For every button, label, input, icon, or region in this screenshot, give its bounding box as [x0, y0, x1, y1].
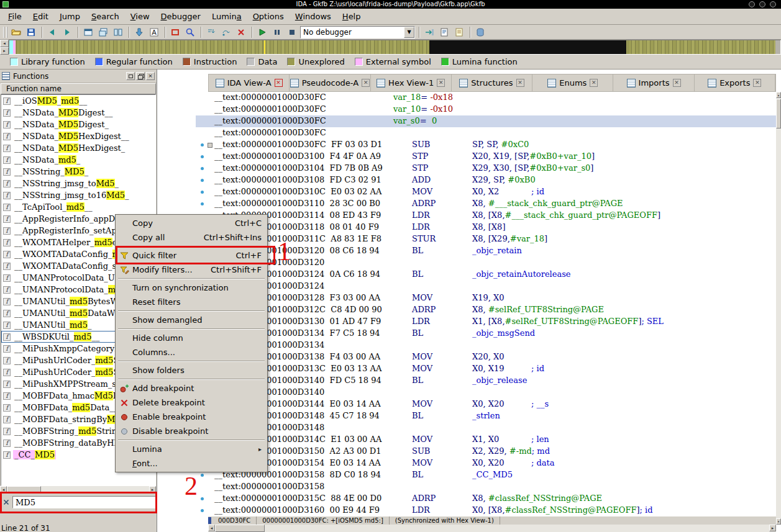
function-row[interactable]: f__NSString_jmsg_toMd5_: [1, 178, 155, 189]
tab-enums[interactable]: Enums✕: [532, 74, 613, 91]
tab-close-icon[interactable]: ✕: [516, 79, 524, 87]
function-row[interactable]: f__NSData_md5_: [1, 154, 155, 166]
context-item-turn-on-synchronization[interactable]: Turn on synchronization: [116, 281, 267, 295]
close-button[interactable]: [770, 1, 776, 7]
disasm-line[interactable]: __text:00000001000D3124: [196, 281, 776, 292]
context-item-modify-filters[interactable]: Modify filters...Ctrl+Shift+F: [116, 263, 267, 277]
disasm-line[interactable]: __text:00000001000D3154 E0 03 14 AAMOVX0…: [196, 458, 776, 469]
nav-back-icon[interactable]: [45, 26, 59, 38]
disassembly-view[interactable]: __text:00000001000D30FCvar_18= -0x18__te…: [196, 92, 776, 516]
names-icon[interactable]: A: [147, 26, 161, 38]
context-item-reset-filters[interactable]: Reset filters: [116, 295, 267, 309]
functions-titlebar[interactable]: Functions ×: [0, 70, 157, 83]
function-row[interactable]: f__NSData_MD5Digest__: [1, 107, 155, 119]
disasm-line[interactable]: __text:00000001000D3104 FD 7B 0B A9STPX2…: [196, 163, 776, 174]
menubar-item-options[interactable]: Options: [247, 10, 290, 23]
disasm-line[interactable]: __text:00000001000D315C 88 4E 00 D0ADRPX…: [196, 493, 776, 505]
tab-exports[interactable]: Exports✕: [695, 74, 775, 91]
disasm-line[interactable]: __text:00000001000D3128 F3 03 00 AAMOVX1…: [196, 292, 776, 304]
tab-ida-view-a[interactable]: IDA View-A✕: [209, 74, 290, 91]
toolbar-drag-handle[interactable]: [3, 27, 7, 38]
script-icon[interactable]: [437, 26, 451, 38]
disasm-line[interactable]: __text:00000001000D3150 A2 A3 00 D1SUBX2…: [196, 446, 776, 458]
save-icon[interactable]: [24, 26, 38, 38]
tab-close-icon[interactable]: ✕: [275, 79, 283, 87]
navband-scroll-left-icon[interactable]: ◂: [0, 40, 9, 47]
disasm-line[interactable]: __text:00000001000D3114 08 ED 43 F9LDRX8…: [196, 210, 776, 222]
collapse-box-icon[interactable]: [208, 143, 212, 148]
function-name-column-header[interactable]: Function name: [1, 83, 156, 94]
navband-scroll-right-icon[interactable]: ▸: [0, 47, 9, 55]
function-row[interactable]: f__NSData_MD5HexDigest__: [1, 130, 155, 142]
functions-restore-icon[interactable]: [136, 72, 145, 80]
context-item-copy[interactable]: CopyCtrl+C: [116, 216, 267, 230]
function-row[interactable]: f__TcApiTool_md5__: [1, 201, 155, 213]
disasm-line[interactable]: __text:00000001000D30FCvar_10= -0x10: [196, 104, 776, 115]
tab-imports[interactable]: Imports✕: [613, 74, 694, 91]
disasm-line[interactable]: __text:00000001000D30FCvar_18= -0x18: [196, 92, 776, 104]
disasm-line[interactable]: __text:00000001000D312C C8 4D 00 90ADRPX…: [196, 304, 776, 316]
cancel-icon[interactable]: [234, 26, 248, 38]
disasm-line[interactable]: __text:00000001000D3124 0A C6 18 94BL_ob…: [196, 269, 776, 281]
context-item-hide-column[interactable]: Hide column: [116, 331, 267, 345]
menubar-item-help[interactable]: Help: [337, 10, 367, 23]
function-row[interactable]: f__iOSMD5_md5__: [1, 95, 155, 107]
menubar-item-edit[interactable]: Edit: [27, 10, 54, 23]
tab-close-icon[interactable]: ✕: [437, 79, 445, 87]
menubar-item-search[interactable]: Search: [86, 10, 125, 23]
context-item-font[interactable]: Font...: [116, 456, 267, 471]
notepad-icon[interactable]: [452, 26, 466, 38]
disasm-line[interactable]: __text:00000001000D3100 F4 4F 0A A9STPX2…: [196, 151, 776, 163]
tab-close-icon[interactable]: ✕: [590, 79, 598, 87]
scrollbar-thumb[interactable]: [215, 525, 265, 532]
step-into-icon[interactable]: [204, 26, 218, 38]
disassembly-vertical-scrollbar[interactable]: ▴ ▾: [776, 92, 781, 525]
functions-close-icon[interactable]: ×: [146, 72, 155, 80]
tab-pseudocode-a[interactable]: Pseudocode-A✕: [290, 74, 370, 91]
disasm-line[interactable]: __text:00000001000D314C E1 03 00 AAMOVX1…: [196, 434, 776, 446]
chevron-down-icon[interactable]: ▼: [404, 27, 414, 38]
context-item-disable-breakpoint[interactable]: Disable breakpoint: [116, 424, 267, 438]
disasm-line[interactable]: __text:00000001000D30FC FF 03 03 D1SUBSP…: [196, 139, 776, 151]
menubar-item-jump[interactable]: Jump: [54, 10, 86, 23]
disasm-line[interactable]: __text:00000001000D3148: [196, 422, 776, 434]
context-item-enable-breakpoint[interactable]: Enable breakpoint: [116, 410, 267, 424]
window-list-icon[interactable]: [81, 26, 95, 38]
disasm-line[interactable]: __text:00000001000D3140 FD C5 18 94BL_ob…: [196, 375, 776, 387]
disasm-line[interactable]: __text:00000001000D3130 01 AD 47 F9LDRX1…: [196, 316, 776, 328]
disasm-line[interactable]: __text:00000001000D3118 08 01 40 F9LDRX8…: [196, 222, 776, 233]
navband-strip[interactable]: [9, 40, 781, 55]
start-process-icon[interactable]: [255, 26, 269, 38]
tab-close-icon[interactable]: ✕: [362, 79, 370, 87]
database-icon[interactable]: [473, 26, 487, 38]
disasm-line[interactable]: __text:00000001000D310C E0 03 02 AAMOVX0…: [196, 186, 776, 198]
function-row[interactable]: f__NSData_MD5HexDigest_: [1, 142, 155, 154]
tab-hex-view-1[interactable]: Hex View-1✕: [371, 74, 452, 91]
context-item-add-breakpoint[interactable]: Add breakpoint: [116, 381, 267, 395]
tab-structures[interactable]: Structures✕: [452, 74, 532, 91]
stop-process-icon[interactable]: [285, 26, 299, 38]
disasm-line[interactable]: __text:00000001000D3148 45 C7 18 94BL_st…: [196, 410, 776, 422]
scroll-right-icon[interactable]: ▸: [769, 525, 776, 531]
debugger-selector[interactable]: No debugger▼: [300, 26, 415, 38]
jump-address-icon[interactable]: [132, 26, 146, 38]
breakpoint-list-icon[interactable]: [168, 26, 182, 38]
search-icon[interactable]: [183, 26, 197, 38]
disasm-line[interactable]: __text:00000001000D313C E0 03 13 AAMOVX0…: [196, 363, 776, 375]
open-file-icon[interactable]: [9, 26, 23, 38]
disasm-line[interactable]: __text:00000001000D3138 F4 03 00 AAMOVX2…: [196, 351, 776, 363]
scroll-left-icon[interactable]: ◂: [208, 525, 215, 531]
navigation-band[interactable]: ◂ ▸: [0, 40, 781, 55]
context-item-copy-all[interactable]: Copy allCtrl+Shift+Ins: [116, 230, 267, 245]
disasm-line[interactable]: __text:00000001000D3144 E0 03 14 AAMOVX0…: [196, 399, 776, 410]
function-row[interactable]: f__NSString_MD5_: [1, 166, 155, 178]
menubar-item-lumina[interactable]: Lumina: [206, 10, 247, 23]
context-item-delete-breakpoint[interactable]: Delete breakpoint: [116, 395, 267, 410]
context-item-columns[interactable]: Columns...: [116, 345, 267, 359]
disasm-line[interactable]: __text:00000001000D3108 FD C3 02 91ADDX2…: [196, 174, 776, 186]
pause-process-icon[interactable]: [270, 26, 284, 38]
disasm-line[interactable]: __text:00000001000D3158: [196, 481, 776, 493]
function-row[interactable]: f__NSString_jmsg_to16Md5_: [1, 189, 155, 201]
disasm-line[interactable]: __text:00000001000D3160 00 E9 44 F9LDRX0…: [196, 505, 776, 516]
context-item-lumina[interactable]: Lumina▸: [116, 442, 267, 456]
